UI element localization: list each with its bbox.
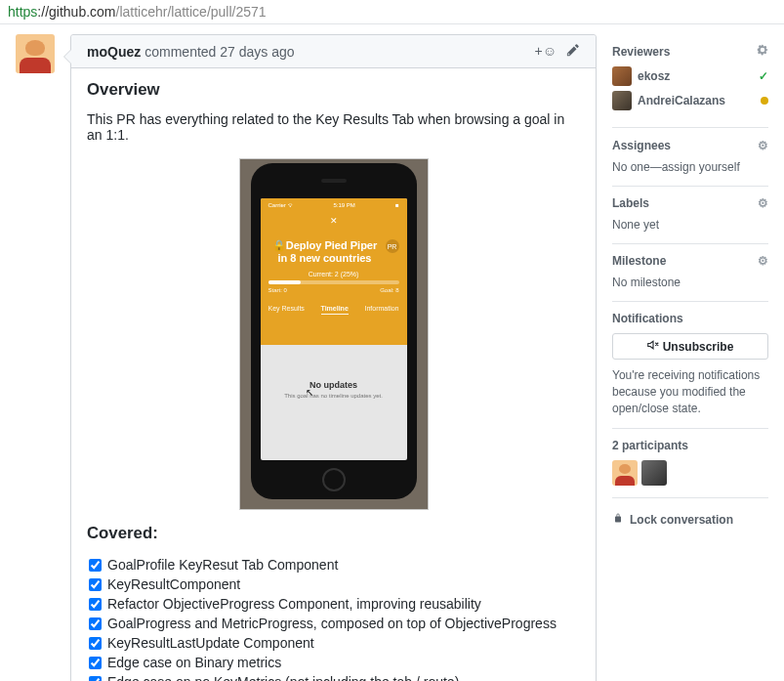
- author-avatar-column: [16, 34, 55, 76]
- reviewers-section: Reviewers ekosz✓AndreiCalazans: [612, 34, 768, 128]
- checklist-text: Edge case on Binary metrics: [107, 655, 281, 670]
- overview-text: This PR has everything related to the Ke…: [87, 111, 580, 143]
- checklist-text: KeyResultLastUpdate Component: [107, 635, 314, 651]
- phone-carrier: Carrier ᯤ: [268, 202, 294, 208]
- phone-tab-keyresults: Key Results: [268, 305, 305, 315]
- gear-icon[interactable]: ⚙: [758, 196, 768, 210]
- phone-close-icon: ✕: [268, 216, 399, 226]
- comment-timestamp: commented 27 days ago: [144, 44, 294, 60]
- mute-icon: [647, 339, 659, 354]
- checklist-checkbox[interactable]: [89, 657, 102, 669]
- notification-note: You're receiving notifications because y…: [612, 367, 768, 416]
- reviewer-avatar: [612, 66, 632, 86]
- participants-label: 2 participants: [612, 439, 688, 452]
- checklist-item: Edge case on Binary metrics: [89, 653, 580, 672]
- gear-icon[interactable]: [757, 44, 768, 59]
- reviewer-avatar: [612, 91, 632, 110]
- labels-section: Labels ⚙ None yet: [612, 187, 768, 244]
- checklist-checkbox[interactable]: [89, 578, 102, 591]
- phone-lock-icon: 🔒: [272, 239, 286, 251]
- phone-start: Start: 0: [268, 287, 287, 293]
- author-avatar[interactable]: [16, 34, 55, 73]
- checklist-item: Refactor ObjectiveProgress Component, im…: [89, 594, 580, 614]
- checklist-text: Edge case on no KeyMetrics (not includin…: [107, 674, 459, 681]
- checklist-text: GoalProgress and MetricProgress, compose…: [107, 616, 557, 631]
- phone-tab-information: Information: [364, 305, 398, 315]
- labels-label: Labels: [612, 196, 649, 210]
- add-reaction-icon[interactable]: +☺: [535, 43, 557, 60]
- assignees-label: Assignees: [612, 139, 671, 152]
- milestone-section: Milestone ⚙ No milestone: [612, 244, 768, 302]
- lock-icon: [612, 512, 624, 527]
- checklist-text: KeyResultComponent: [107, 576, 240, 592]
- url-path: /latticehr/lattice/pull/2571: [116, 4, 267, 20]
- comment-box: moQuez commented 27 days ago +☺ Overview…: [70, 34, 597, 681]
- participants-section: 2 participants: [612, 429, 768, 498]
- gear-icon[interactable]: ⚙: [746, 138, 768, 152]
- checklist-item: GoalProgress and MetricProgress, compose…: [89, 614, 580, 633]
- checklist-item: KeyResultComponent: [89, 575, 580, 594]
- unsubscribe-label: Unsubscribe: [663, 340, 734, 354]
- phone-home-button: [322, 468, 346, 491]
- comment-author[interactable]: moQuez: [87, 44, 141, 60]
- reviewers-label: Reviewers: [612, 45, 670, 59]
- phone-tab-timeline: Timeline: [321, 305, 349, 315]
- milestone-text: No milestone: [612, 276, 768, 289]
- phone-goal: Goal: 8: [380, 287, 398, 293]
- phone-time: 5:19 PM: [334, 202, 355, 208]
- phone-empty-title: No updates: [261, 380, 407, 390]
- checklist-checkbox[interactable]: [89, 598, 102, 611]
- comment-header: moQuez commented 27 days ago +☺: [71, 35, 596, 68]
- url-scheme: https: [8, 4, 37, 20]
- checklist-checkbox[interactable]: [89, 617, 102, 630]
- check-icon: ✓: [759, 69, 768, 83]
- checklist-checkbox[interactable]: [89, 559, 102, 572]
- lock-section: Lock conversation: [612, 498, 768, 538]
- participant-avatar[interactable]: [641, 460, 667, 486]
- overview-heading: Overview: [87, 80, 580, 100]
- checklist-checkbox[interactable]: [89, 676, 102, 681]
- url-bar[interactable]: https://github.com/latticehr/lattice/pul…: [0, 0, 784, 24]
- assignees-text[interactable]: No one—assign yourself: [612, 160, 768, 174]
- reviewer-name: ekosz: [638, 69, 670, 83]
- labels-text: None yet: [612, 218, 768, 232]
- pending-dot-icon: [761, 94, 768, 107]
- checklist-item: Edge case on no KeyMetrics (not includin…: [89, 672, 580, 681]
- notifications-section: Notifications Unsubscribe You're receivi…: [612, 302, 768, 429]
- phone-badge: PR: [386, 239, 399, 253]
- phone-battery: ■: [395, 202, 399, 208]
- sidebar: Reviewers ekosz✓AndreiCalazans Assignees…: [612, 34, 768, 538]
- phone-progress-bar: [268, 280, 399, 284]
- checklist-text: Refactor ObjectiveProgress Component, im…: [107, 596, 481, 612]
- phone-empty-sub: This goal has no timeline updates yet.: [261, 393, 407, 399]
- screenshot-embed: Carrier ᯤ 5:19 PM ■ ✕ 🔒Deploy Pied Piper…: [87, 158, 580, 510]
- covered-heading: Covered:: [87, 524, 580, 543]
- edit-icon[interactable]: [566, 43, 580, 60]
- checklist-text: GoalProfile KeyResut Tab Component: [107, 557, 338, 573]
- comment-body: Overview This PR has everything related …: [71, 68, 596, 681]
- milestone-label: Milestone: [612, 254, 666, 268]
- reviewer-name: AndreiCalazans: [638, 94, 725, 107]
- notifications-label: Notifications: [612, 312, 683, 325]
- cursor-icon: ↖: [306, 387, 313, 398]
- lock-label: Lock conversation: [630, 513, 733, 527]
- lock-conversation-link[interactable]: Lock conversation: [612, 512, 768, 527]
- gear-icon[interactable]: ⚙: [758, 254, 768, 268]
- phone-goal-title: Deploy Pied Piper in 8 new countries: [278, 239, 378, 264]
- reviewer-row[interactable]: ekosz✓: [612, 66, 768, 86]
- participant-avatar[interactable]: [612, 460, 638, 486]
- checklist-checkbox[interactable]: [89, 637, 102, 650]
- assignees-section: Assignees ⚙ No one—assign yourself: [612, 128, 768, 187]
- checklist-item: GoalProfile KeyResut Tab Component: [89, 555, 580, 575]
- phone-current: Current: 2 (25%): [268, 271, 399, 277]
- checklist-item: KeyResultLastUpdate Component: [89, 633, 580, 653]
- covered-list: GoalProfile KeyResut Tab ComponentKeyRes…: [87, 555, 580, 681]
- reviewer-row[interactable]: AndreiCalazans: [612, 91, 768, 110]
- unsubscribe-button[interactable]: Unsubscribe: [612, 333, 768, 360]
- url-host: ://github.com: [37, 4, 115, 20]
